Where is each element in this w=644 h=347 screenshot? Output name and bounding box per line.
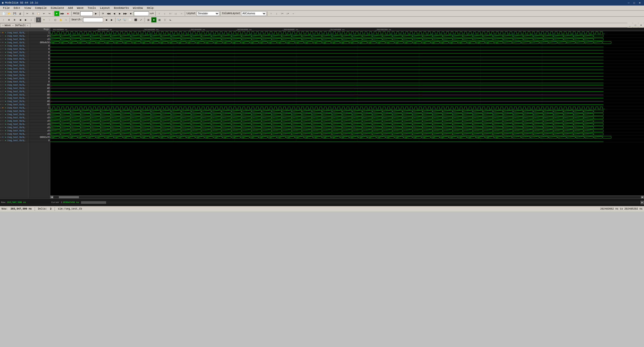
wave-default-tab[interactable]: ≋ Wave - Default ✕ xyxy=(0,23,30,27)
expand-icon[interactable]: ▶ xyxy=(1,126,2,128)
menu-bookmarks[interactable]: Bookmarks xyxy=(112,6,131,10)
maximize-button[interactable]: □ xyxy=(632,1,636,5)
tb-more3[interactable]: ↑↑ xyxy=(168,11,173,16)
expand-icon[interactable]: ▶ xyxy=(1,38,2,40)
wave-measure-btn[interactable]: ↔ xyxy=(64,17,69,22)
layout-btn3[interactable]: ↑+ xyxy=(280,11,285,16)
wave-tb-btn6[interactable]: ↕ xyxy=(29,17,34,22)
wave-zoom-out[interactable]: - xyxy=(47,17,52,22)
expand-icon[interactable]: ▶ xyxy=(1,81,2,83)
expand-icon[interactable]: ▶ xyxy=(1,107,2,109)
sim-run-all[interactable]: ▶▶ xyxy=(123,11,128,16)
wave-disp4[interactable]: | xyxy=(162,17,167,22)
menu-help[interactable]: Help xyxy=(145,6,155,10)
menu-window[interactable]: Window xyxy=(131,6,145,10)
layout-btn2[interactable]: ↓ xyxy=(274,11,279,16)
expand-icon[interactable]: ▶ xyxy=(1,87,2,89)
expand-icon[interactable]: ▶ xyxy=(1,74,2,76)
expand-icon[interactable]: ▶ xyxy=(1,100,2,102)
search-input[interactable] xyxy=(83,18,103,22)
scroll-thumb[interactable] xyxy=(59,196,79,198)
help-input[interactable] xyxy=(80,11,93,16)
tb-more1[interactable]: ↑ xyxy=(157,11,162,16)
wave-tab-min[interactable]: _ xyxy=(627,23,632,28)
tb-more4[interactable]: ↓↓ xyxy=(173,11,178,16)
wave-tb-btn4[interactable]: ◀ xyxy=(18,17,23,22)
undo-button[interactable]: ↩ xyxy=(41,11,47,16)
paste-button[interactable]: 📋 xyxy=(36,11,41,16)
wave-tb-btn2[interactable]: ⊕ xyxy=(7,17,12,22)
sim-step-back[interactable]: ◀◀ xyxy=(106,11,111,16)
wave-tab-max[interactable]: □ xyxy=(633,23,638,28)
expand-icon[interactable]: ▶ xyxy=(1,41,2,43)
expand-icon[interactable]: ▶ xyxy=(1,84,2,86)
expand-icon[interactable]: ▶ xyxy=(1,123,2,125)
compile-button[interactable]: ▶ xyxy=(54,11,59,16)
scroll-track[interactable] xyxy=(54,196,640,198)
expand-icon[interactable]: ▶ xyxy=(1,51,2,53)
timeline-scroll-right[interactable]: ▶ xyxy=(640,201,644,204)
copy-button[interactable]: ⎘ xyxy=(30,11,35,16)
cut-button[interactable]: ✂ xyxy=(25,11,30,16)
expand-icon[interactable]: ▶ xyxy=(1,139,2,141)
horizontal-scrollbar[interactable]: ◀ ▶ xyxy=(50,195,644,199)
tb-more5[interactable]: → xyxy=(179,11,184,16)
zoom-out-btn[interactable]: 🔍- xyxy=(122,17,127,22)
stop-button[interactable]: ■ xyxy=(65,11,70,16)
print-button[interactable]: 🖨 xyxy=(18,11,23,16)
wave-tab-close-btn[interactable]: ✕ xyxy=(638,23,643,28)
scroll-right-btn[interactable]: ▶ xyxy=(641,196,644,199)
scroll-left-btn[interactable]: ◀ xyxy=(50,196,53,199)
expand-icon[interactable]: ▶ xyxy=(1,35,2,37)
wave-disp2[interactable]: ■ xyxy=(151,17,156,22)
expand-icon[interactable]: ▶ xyxy=(1,77,2,79)
minimize-button[interactable]: ─ xyxy=(626,1,631,5)
wave-tb-btn3[interactable]: ⊗ xyxy=(12,17,17,22)
wave-tb-btn1[interactable]: ↑ xyxy=(1,17,6,22)
redo-button[interactable]: ↪ xyxy=(47,11,52,16)
sim-run[interactable]: ▶ xyxy=(117,11,122,16)
sim-step[interactable]: ◀ xyxy=(112,11,117,16)
expand-icon[interactable]: ▶ xyxy=(1,71,2,73)
run-button[interactable]: ▶▶ xyxy=(60,11,65,16)
tb-more2[interactable]: ↓ xyxy=(162,11,167,16)
wave-hand-btn[interactable]: ✋ xyxy=(58,17,63,22)
expand-icon[interactable]: ▶ xyxy=(1,97,2,99)
zoom-in-btn[interactable]: 🔍+ xyxy=(116,17,121,22)
expand-icon[interactable]: ▶ xyxy=(1,133,2,135)
expand-icon[interactable]: ▶ xyxy=(1,90,2,92)
wave-disp1[interactable]: ▥ xyxy=(146,17,151,22)
layout-select[interactable]: Simulate xyxy=(197,11,219,16)
menu-layout[interactable]: Layout xyxy=(98,6,112,10)
sim-stop[interactable]: ■ xyxy=(128,11,133,16)
new-button[interactable]: 📄 xyxy=(1,11,6,16)
expand-icon[interactable]: ▶ xyxy=(1,130,2,132)
wave-zoom-in[interactable]: + xyxy=(41,17,47,22)
timeline-scroll-thumb[interactable] xyxy=(81,201,106,204)
open-button[interactable]: 📂 xyxy=(7,11,12,16)
expand-icon[interactable]: ▶ xyxy=(1,32,2,34)
layout-btn5[interactable]: → xyxy=(291,11,296,16)
menu-edit[interactable]: Edit xyxy=(12,6,22,10)
close-button[interactable]: ✕ xyxy=(637,1,642,5)
expand-icon[interactable]: ▶ xyxy=(1,110,2,112)
expand-icon[interactable]: ▶ xyxy=(1,58,2,60)
layout-btn1[interactable]: ↑ xyxy=(269,11,274,16)
expand-icon[interactable]: ▶ xyxy=(1,117,2,119)
menu-simulate[interactable]: Simulate xyxy=(49,6,66,10)
column-layout-select[interactable]: AllColumns xyxy=(241,11,266,16)
zoom-full-btn[interactable]: ⬛ xyxy=(133,17,138,22)
menu-add[interactable]: Add xyxy=(66,6,75,10)
sim-restart[interactable]: ⟳ xyxy=(101,11,106,16)
save-button[interactable]: 💾 xyxy=(12,11,17,16)
expand-icon[interactable]: ▶ xyxy=(1,45,2,47)
time-unit[interactable]: ns▼ xyxy=(149,11,154,16)
expand-icon[interactable]: ▶ xyxy=(1,120,2,122)
time-input[interactable]: 100 ns xyxy=(134,11,149,16)
expand-icon[interactable]: ▶ xyxy=(1,104,2,106)
expand-icon[interactable]: ▶ xyxy=(1,55,2,57)
menu-tools[interactable]: Tools xyxy=(85,6,98,10)
menu-view[interactable]: View xyxy=(22,6,33,10)
expand-icon[interactable]: ▶ xyxy=(1,64,2,66)
help-go-button[interactable]: ▶ xyxy=(93,11,98,16)
